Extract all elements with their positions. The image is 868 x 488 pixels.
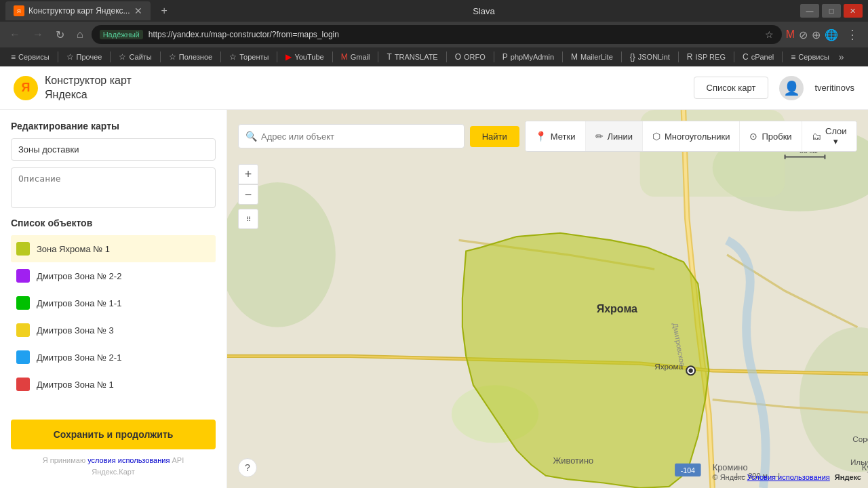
bookmark-jsonlint[interactable]: {} JSONLint: [625, 51, 675, 63]
minimize-button[interactable]: —: [800, 4, 819, 18]
help-button[interactable]: ?: [238, 458, 257, 477]
bookmark-prochee[interactable]: ☆ Прочее: [61, 51, 108, 63]
layers-icon: 🗂: [812, 131, 821, 142]
bookmark-phpmyadmin[interactable]: P phpMyAdmin: [497, 51, 559, 63]
object-color-3: [16, 296, 30, 310]
object-item-2[interactable]: Дмитров Зона № 2-2: [11, 262, 216, 289]
pan-tool-button[interactable]: ⠿: [238, 209, 258, 229]
terms-link[interactable]: условия использования: [87, 456, 170, 464]
jsonlint-icon: {}: [630, 52, 635, 62]
bookmark-sep-7: [378, 52, 378, 62]
bookmark-translate[interactable]: T TRANSLATE: [381, 51, 443, 63]
bookmark-servisy1[interactable]: ≡ Сервисы: [5, 51, 55, 63]
bookmark-phpmyadmin-label: phpMyAdmin: [511, 53, 554, 61]
object-color-6: [16, 378, 30, 391]
object-item-5[interactable]: Дмитров Зона № 2-1: [11, 344, 216, 371]
save-button[interactable]: Сохранить и продолжить: [11, 420, 216, 449]
bookmark-sep-12: [678, 52, 679, 62]
close-button[interactable]: ✕: [844, 4, 863, 18]
tool-polygons-button[interactable]: ⬡ Многоугольники: [643, 121, 740, 151]
bookmark-sep-11: [621, 52, 622, 62]
zoom-out-button[interactable]: −: [238, 184, 258, 205]
bookmark-ispreg-label: ISP REG: [696, 53, 726, 61]
tool-traffic-button[interactable]: ⊙ Пробки: [740, 121, 802, 151]
sidebar: Редактирование карты Список объектов Зон…: [0, 110, 227, 488]
globe-icon[interactable]: 🌐: [825, 28, 838, 41]
servisy2-icon: ≡: [791, 52, 795, 62]
objects-list-title: Список объектов: [11, 218, 216, 228]
object-item-6[interactable]: Дмитров Зона № 1: [11, 371, 216, 398]
bookmark-sep-4: [220, 52, 221, 62]
tab-close-icon[interactable]: ✕: [134, 5, 142, 16]
object-item-3[interactable]: Дмитров Зона № 1-1: [11, 289, 216, 317]
star-icon[interactable]: ☆: [765, 29, 774, 40]
app-header: Я Конструктор карт Яндекса Список карт 👤…: [0, 66, 868, 110]
bookmark-ispreg[interactable]: R ISP REG: [682, 51, 731, 63]
bookmarks-more-button[interactable]: »: [836, 52, 847, 62]
find-button[interactable]: Найти: [470, 126, 519, 147]
object-name-3: Дмитров Зона № 1-1: [37, 298, 121, 308]
tool-marks-button[interactable]: 📍 Метки: [526, 121, 586, 151]
app-logo: Я Конструктор карт Яндекса: [14, 74, 132, 102]
bookmark-servisy1-label: Сервисы: [18, 53, 50, 61]
bookmark-servisy2[interactable]: ≡ Сервисы: [785, 51, 835, 63]
extension2-icon[interactable]: ⊕: [812, 28, 821, 41]
object-color-4: [16, 323, 30, 337]
map-description-input[interactable]: [11, 167, 216, 208]
object-item-4[interactable]: Дмитров Зона № 3: [11, 317, 216, 344]
bookmark-gmail[interactable]: M Gmail: [336, 51, 376, 63]
search-input[interactable]: [261, 131, 457, 142]
extension-icon[interactable]: ⊘: [799, 28, 808, 41]
svg-text:-104: -104: [681, 466, 695, 474]
bookmark-mailerlite-label: MailerLite: [580, 53, 613, 61]
app-header-right: Список карт 👤 tveritinovs: [694, 76, 855, 100]
maximize-button[interactable]: □: [822, 4, 841, 18]
app-name: Конструктор карт Яндекса: [45, 74, 132, 102]
titlebar: Я Конструктор карт Яндекс... ✕ + Slava —…: [0, 0, 868, 22]
home-button[interactable]: ⌂: [73, 27, 87, 42]
browser-menu-button[interactable]: ⋮: [842, 26, 863, 43]
svg-text:Ильинское: Ильинское: [850, 458, 868, 466]
traffic-label: Пробки: [762, 131, 791, 142]
object-list: Зона Яхрома № 1 Дмитров Зона № 2-2 Дмитр…: [11, 235, 216, 398]
titlebar-left: Я Конструктор карт Яндекс... ✕ +: [5, 1, 173, 20]
gmail-icon[interactable]: M: [786, 28, 795, 41]
terms-of-use-link[interactable]: Условия использования: [747, 473, 830, 481]
addressbar: ← → ↻ ⌂ Надёжный https://yandex.ru/map-c…: [0, 22, 868, 47]
bookmark-poleznoe[interactable]: ☆ Полезное: [163, 51, 218, 63]
search-box[interactable]: 🔍: [238, 124, 465, 148]
tool-lines-button[interactable]: ✏ Линии: [586, 121, 644, 151]
bookmark-prochee-label: Прочее: [77, 53, 102, 61]
bookmark-torenty[interactable]: ☆ Торенты: [224, 51, 274, 63]
bookmark-sep-14: [782, 52, 783, 62]
sidebar-footer: Сохранить и продолжить Я принимаю услови…: [11, 409, 216, 477]
bookmark-youtube[interactable]: ▶ YouTube: [280, 51, 329, 63]
map-area[interactable]: -104 80 км Яхрома Яхрома Животино Парк Я…: [227, 110, 868, 488]
bookmark-mailerlite[interactable]: M MailerLite: [566, 51, 618, 63]
bookmark-gmail-label: Gmail: [351, 53, 370, 61]
svg-point-7: [688, 369, 692, 373]
bookmark-sayty[interactable]: ☆ Сайты: [113, 51, 157, 63]
address-box[interactable]: Надёжный https://yandex.ru/map-construct…: [92, 25, 782, 44]
forward-button[interactable]: →: [28, 27, 47, 42]
browser-tab[interactable]: Я Конструктор карт Яндекс... ✕: [5, 1, 151, 20]
reload-button[interactable]: ↻: [52, 27, 68, 43]
back-button[interactable]: ←: [5, 27, 24, 42]
url-text: https://yandex.ru/map-constructor/?from=…: [149, 30, 760, 39]
map-list-button[interactable]: Список карт: [694, 77, 769, 99]
tab-favicon: Я: [14, 5, 24, 16]
map-name-input[interactable]: [11, 138, 216, 161]
bookmark-torenty-label: Торенты: [239, 53, 269, 61]
bookmark-cpanel[interactable]: C cPanel: [737, 51, 779, 63]
pan-icon: ⠿: [246, 216, 251, 223]
object-name-1: Зона Яхрома № 1: [37, 244, 110, 254]
bookmark-sep-5: [277, 52, 277, 62]
app-name-line1: Конструктор карт: [45, 74, 132, 88]
marks-icon: 📍: [535, 131, 547, 142]
tool-layers-button[interactable]: 🗂 Слои ▾: [802, 121, 856, 151]
bookmark-orfo[interactable]: O ORFO: [450, 51, 491, 63]
new-tab-button[interactable]: +: [156, 2, 173, 20]
torenty-icon: ☆: [229, 52, 237, 62]
object-item-1[interactable]: Зона Яхрома № 1: [11, 235, 216, 262]
zoom-in-button[interactable]: +: [238, 164, 258, 184]
